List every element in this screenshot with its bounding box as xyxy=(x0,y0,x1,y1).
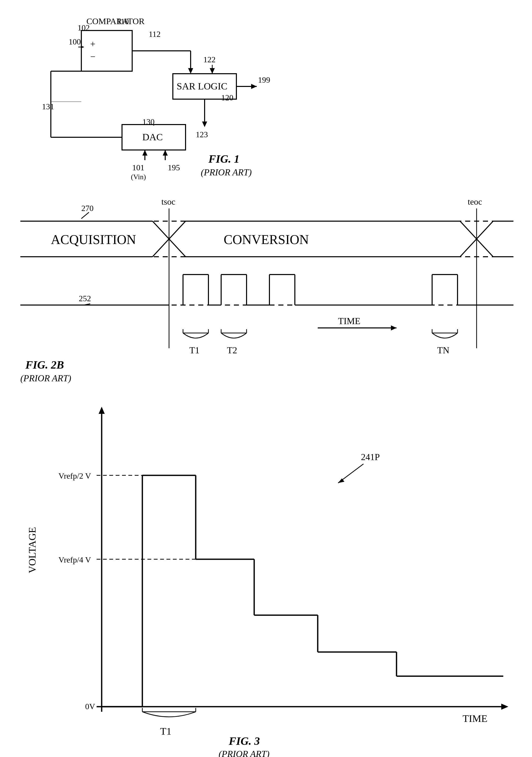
svg-text:FIG. 1: FIG. 1 xyxy=(208,153,239,165)
svg-text:T1: T1 xyxy=(190,345,199,355)
svg-text:tsoc: tsoc xyxy=(162,197,175,206)
svg-text:122: 122 xyxy=(203,55,216,64)
svg-text:TIME: TIME xyxy=(338,316,360,326)
svg-text:teoc: teoc xyxy=(468,197,482,206)
svg-text:101: 101 xyxy=(132,163,144,172)
svg-line-64 xyxy=(81,212,89,219)
svg-text:T2: T2 xyxy=(227,345,237,355)
svg-text:Vrefp/4 V: Vrefp/4 V xyxy=(58,555,91,564)
svg-text:VOLTAGE: VOLTAGE xyxy=(26,527,38,573)
svg-text:100: 100 xyxy=(69,37,81,46)
svg-marker-6 xyxy=(188,68,193,74)
svg-text:130: 130 xyxy=(142,117,155,126)
svg-text:110: 110 xyxy=(117,17,129,26)
svg-text:112: 112 xyxy=(149,29,161,39)
svg-marker-21 xyxy=(163,150,168,156)
svg-marker-12 xyxy=(202,122,207,127)
svg-rect-0 xyxy=(81,31,132,71)
svg-text:270: 270 xyxy=(81,204,94,213)
svg-text:FIG. 2B: FIG. 2B xyxy=(25,359,64,371)
svg-text:(PRIOR ART): (PRIOR ART) xyxy=(20,373,71,383)
svg-marker-19 xyxy=(142,150,147,156)
svg-text:199: 199 xyxy=(258,75,270,84)
svg-text:ACQUISITION: ACQUISITION xyxy=(51,232,136,247)
svg-marker-102 xyxy=(99,407,105,414)
svg-marker-10 xyxy=(251,84,257,89)
svg-text:DAC: DAC xyxy=(142,132,163,142)
svg-text:COMPARATOR: COMPARATOR xyxy=(86,16,145,26)
svg-text:−: − xyxy=(90,52,95,62)
svg-text:+: + xyxy=(90,39,95,49)
svg-text:CONVERSION: CONVERSION xyxy=(224,232,309,247)
svg-text:195: 195 xyxy=(168,163,180,172)
svg-marker-32 xyxy=(210,68,215,74)
svg-text:(PRIOR ART): (PRIOR ART) xyxy=(201,167,251,177)
svg-marker-104 xyxy=(501,704,508,710)
svg-text:(PRIOR ART): (PRIOR ART) xyxy=(219,749,269,757)
svg-marker-97 xyxy=(391,325,397,330)
svg-text:131: 131 xyxy=(42,102,54,111)
svg-text:252: 252 xyxy=(79,294,91,303)
svg-text:0V: 0V xyxy=(85,702,95,711)
svg-text:241P: 241P xyxy=(361,452,380,462)
svg-text:TIME: TIME xyxy=(462,713,488,724)
svg-text:T1: T1 xyxy=(160,725,171,737)
svg-text:102: 102 xyxy=(77,23,90,32)
svg-text:120: 120 xyxy=(221,93,233,102)
svg-text:(Vin): (Vin) xyxy=(131,173,146,181)
svg-text:FIG. 3: FIG. 3 xyxy=(228,735,260,747)
svg-text:SAR LOGIC: SAR LOGIC xyxy=(177,81,227,92)
svg-text:TN: TN xyxy=(437,345,449,355)
svg-text:Vrefp/2 V: Vrefp/2 V xyxy=(58,471,91,480)
page: + − SAR LOGIC DAC xyxy=(0,0,532,757)
svg-text:123: 123 xyxy=(196,130,208,139)
